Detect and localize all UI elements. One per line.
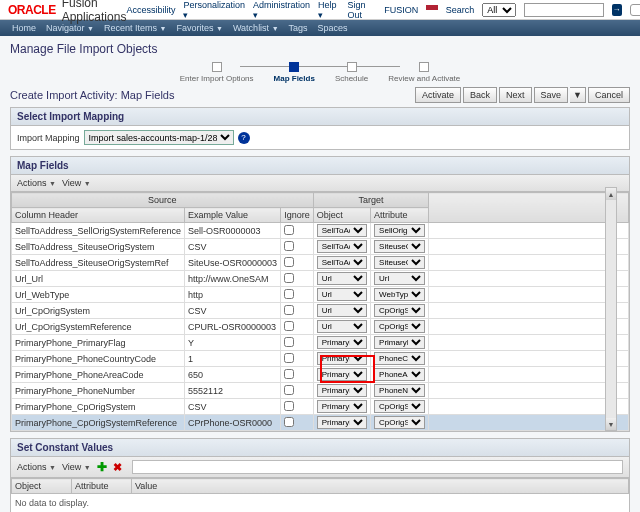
save-menu-button[interactable]: ▼ bbox=[570, 87, 586, 103]
attribute-select[interactable]: CpOrigSystemR bbox=[374, 416, 425, 429]
attribute-select[interactable]: PhoneAreaCod bbox=[374, 368, 425, 381]
attribute-select[interactable]: CpOrigSystem bbox=[374, 304, 425, 317]
object-select[interactable]: Url bbox=[317, 288, 367, 301]
ignore-checkbox[interactable] bbox=[284, 401, 294, 411]
col-object[interactable]: Object bbox=[313, 208, 370, 223]
table-row[interactable]: SellToAddress_SiteuseOrigSystemRefSiteUs… bbox=[12, 255, 629, 271]
col-ignore[interactable]: Ignore bbox=[281, 208, 314, 223]
view-menu[interactable]: View ▼ bbox=[62, 178, 91, 188]
attribute-select[interactable]: SiteuseOrigSyst bbox=[374, 240, 425, 253]
wizard-step-2[interactable]: Map Fields bbox=[274, 62, 315, 83]
cv-view-menu[interactable]: View ▼ bbox=[62, 462, 91, 472]
cell-ignore bbox=[281, 319, 314, 335]
object-select[interactable]: Url bbox=[317, 320, 367, 333]
save-button[interactable]: Save bbox=[534, 87, 569, 103]
object-select[interactable]: PrimaryPhone bbox=[317, 416, 367, 429]
chat-icon[interactable] bbox=[630, 4, 640, 16]
flag-icon bbox=[426, 5, 438, 14]
ignore-checkbox[interactable] bbox=[284, 225, 294, 235]
object-select[interactable]: PrimaryPhone bbox=[317, 400, 367, 413]
ignore-checkbox[interactable] bbox=[284, 289, 294, 299]
object-select[interactable]: PrimaryPhone bbox=[317, 336, 367, 349]
nav-watchlist[interactable]: Watchlist ▼ bbox=[229, 23, 283, 33]
attribute-select[interactable]: PrimaryFlag bbox=[374, 336, 425, 349]
search-scope[interactable]: All bbox=[482, 3, 515, 17]
nav-navigator[interactable]: Navigator ▼ bbox=[42, 23, 98, 33]
nav-tags[interactable]: Tags bbox=[285, 23, 312, 33]
table-row[interactable]: Url_CpOrigSystemReferenceCPURL-OSR000000… bbox=[12, 319, 629, 335]
table-row[interactable]: Url_CpOrigSystemCSVUrlCpOrigSystem bbox=[12, 303, 629, 319]
ignore-checkbox[interactable] bbox=[284, 353, 294, 363]
table-row[interactable]: PrimaryPhone_CpOrigSystemCSVPrimaryPhone… bbox=[12, 399, 629, 415]
ignore-checkbox[interactable] bbox=[284, 257, 294, 267]
cv-col-value[interactable]: Value bbox=[132, 479, 629, 494]
ignore-checkbox[interactable] bbox=[284, 337, 294, 347]
signout-link[interactable]: Sign Out bbox=[347, 0, 376, 20]
help-icon[interactable]: ? bbox=[238, 132, 250, 144]
search-input[interactable] bbox=[524, 3, 604, 17]
object-select[interactable]: SellToAddress bbox=[317, 224, 367, 237]
ignore-checkbox[interactable] bbox=[284, 241, 294, 251]
add-icon[interactable]: ✚ bbox=[97, 460, 107, 474]
table-row[interactable]: Url_Urlhttp://www.OneSAMUrlUrl bbox=[12, 271, 629, 287]
attribute-select[interactable]: SellOrigSystemR bbox=[374, 224, 425, 237]
help-link[interactable]: Help ▾ bbox=[318, 0, 339, 20]
map-fields-header: Map Fields bbox=[11, 157, 629, 175]
object-select[interactable]: Url bbox=[317, 304, 367, 317]
cell-attribute: SellOrigSystemR bbox=[371, 223, 429, 239]
activate-button[interactable]: Activate bbox=[415, 87, 461, 103]
scroll-down-icon[interactable]: ▼ bbox=[606, 418, 616, 430]
ignore-checkbox[interactable] bbox=[284, 321, 294, 331]
nav-spaces[interactable]: Spaces bbox=[314, 23, 352, 33]
table-row[interactable]: Url_WebTypehttpUrlWebType bbox=[12, 287, 629, 303]
cv-col-attribute[interactable]: Attribute bbox=[72, 479, 132, 494]
table-row[interactable]: PrimaryPhone_PhoneNumber5552112PrimaryPh… bbox=[12, 383, 629, 399]
cancel-button[interactable]: Cancel bbox=[588, 87, 630, 103]
actions-menu[interactable]: Actions ▼ bbox=[17, 178, 56, 188]
col-header[interactable]: Column Header bbox=[12, 208, 185, 223]
administration-link[interactable]: Administration ▾ bbox=[253, 0, 310, 20]
cv-actions-menu[interactable]: Actions ▼ bbox=[17, 462, 56, 472]
ignore-checkbox[interactable] bbox=[284, 369, 294, 379]
scroll-up-icon[interactable]: ▲ bbox=[606, 188, 616, 200]
ignore-checkbox[interactable] bbox=[284, 417, 294, 427]
ignore-checkbox[interactable] bbox=[284, 305, 294, 315]
attribute-select[interactable]: PhoneCountryC bbox=[374, 352, 425, 365]
table-scrollbar[interactable]: ▲ ▼ bbox=[605, 187, 617, 431]
attribute-select[interactable]: CpOrigSystem bbox=[374, 400, 425, 413]
object-select[interactable]: Url bbox=[317, 272, 367, 285]
object-select[interactable]: SellToAddress bbox=[317, 240, 367, 253]
cv-filter-input[interactable] bbox=[132, 460, 623, 474]
col-attribute[interactable]: Attribute bbox=[371, 208, 429, 223]
wizard-step-3[interactable]: Schedule bbox=[335, 62, 368, 83]
object-select[interactable]: SellToAddress bbox=[317, 256, 367, 269]
cell-ignore bbox=[281, 271, 314, 287]
accessibility-link[interactable]: Accessibility bbox=[126, 5, 175, 15]
search-go-icon[interactable]: → bbox=[612, 4, 622, 16]
table-row[interactable]: PrimaryPhone_CpOrigSystemReferenceCPrPho… bbox=[12, 415, 629, 431]
attribute-select[interactable]: WebType bbox=[374, 288, 425, 301]
import-mapping-select[interactable]: Import sales-accounts-map-1/28/1 bbox=[84, 130, 234, 145]
ignore-checkbox[interactable] bbox=[284, 385, 294, 395]
table-row[interactable]: SellToAddress_SellOrigSystemReferenceSel… bbox=[12, 223, 629, 239]
delete-icon[interactable]: ✖ bbox=[113, 461, 122, 474]
nav-home[interactable]: Home bbox=[8, 23, 40, 33]
back-button[interactable]: Back bbox=[463, 87, 497, 103]
cell-object: Url bbox=[313, 319, 370, 335]
wizard-step-4[interactable]: Review and Activate bbox=[388, 62, 460, 83]
attribute-select[interactable]: SiteuseOrigSyst bbox=[374, 256, 425, 269]
table-row[interactable]: PrimaryPhone_PrimaryFlagYPrimaryPhonePri… bbox=[12, 335, 629, 351]
nav-recent[interactable]: Recent Items ▼ bbox=[100, 23, 170, 33]
table-row[interactable]: SellToAddress_SiteuseOrigSystemCSVSellTo… bbox=[12, 239, 629, 255]
nav-favorites[interactable]: Favorites ▼ bbox=[172, 23, 226, 33]
cv-col-object[interactable]: Object bbox=[12, 479, 72, 494]
attribute-select[interactable]: CpOrigSystemR bbox=[374, 320, 425, 333]
personalization-link[interactable]: Personalization ▾ bbox=[183, 0, 245, 20]
next-button[interactable]: Next bbox=[499, 87, 532, 103]
ignore-checkbox[interactable] bbox=[284, 273, 294, 283]
object-select[interactable]: PrimaryPhone bbox=[317, 384, 367, 397]
wizard-step-1[interactable]: Enter Import Options bbox=[180, 62, 254, 83]
attribute-select[interactable]: Url bbox=[374, 272, 425, 285]
col-example[interactable]: Example Value bbox=[185, 208, 281, 223]
attribute-select[interactable]: PhoneNumber bbox=[374, 384, 425, 397]
